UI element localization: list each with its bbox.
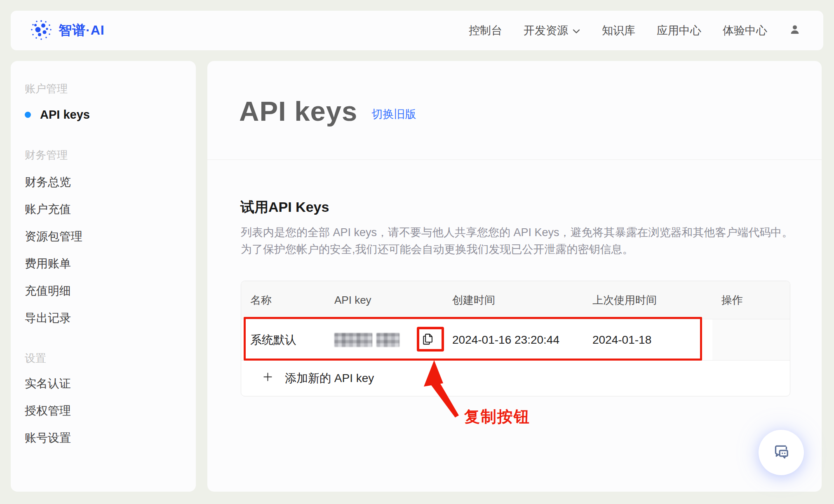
top-navbar: 智谱·AI 控制台 开发资源 知识库 应用中心 体验中心 (11, 11, 823, 50)
col-header-last-used: 上次使用时间 (583, 281, 712, 319)
sidebar-item-export-records[interactable]: 导出记录 (25, 312, 196, 324)
sidebar-item-real-name-auth[interactable]: 实名认证 (25, 377, 196, 390)
table-row: 系统默认 2024-01-16 23:20:44 2024-01-18 (241, 319, 790, 361)
sidebar-item-finance-overview[interactable]: 财务总览 (25, 176, 196, 188)
page-title: API keys (239, 97, 357, 126)
zhipu-logo[interactable]: 智谱·AI (30, 18, 105, 43)
chat-bubbles-icon (771, 441, 792, 464)
sidebar-item-authorization[interactable]: 授权管理 (25, 405, 196, 417)
copy-icon (421, 332, 435, 347)
chevron-down-icon (572, 24, 580, 37)
sidebar-item-recharge-details[interactable]: 充值明细 (25, 285, 196, 297)
col-header-api-key: API key (325, 281, 443, 319)
sidebar-item-billing[interactable]: 费用账单 (25, 258, 196, 270)
api-key-masked-block (376, 333, 399, 347)
sidebar-section-settings: 设置 (25, 353, 196, 363)
api-keys-description: 列表内是您的全部 API keys，请不要与他人共享您您的 API Keys，避… (241, 224, 794, 258)
api-keys-table: 名称 API key 创建时间 上次使用时间 操作 系统默认 (241, 281, 790, 396)
plus-icon (262, 371, 273, 385)
sidebar: 账户管理 API keys 财务管理 财务总览 账户充值 资源包管理 费用账单 … (11, 61, 196, 492)
sidebar-section-finance: 财务管理 (25, 150, 196, 160)
last-used-cell: 2024-01-18 (583, 319, 712, 360)
sidebar-item-resource-packages[interactable]: 资源包管理 (25, 230, 196, 243)
sidebar-item-api-keys[interactable]: API keys (25, 108, 196, 121)
header-divider (207, 159, 822, 160)
sidebar-item-account-settings[interactable]: 账号设置 (25, 432, 196, 444)
nav-menu: 控制台 开发资源 知识库 应用中心 体验中心 (469, 23, 801, 38)
user-account-button[interactable] (789, 23, 801, 38)
nav-item-knowledge-base[interactable]: 知识库 (602, 23, 635, 38)
created-time-cell: 2024-01-16 23:20:44 (443, 319, 583, 360)
key-name-cell: 系统默认 (241, 319, 325, 360)
zhipu-logo-icon (30, 18, 53, 43)
api-key-masked-block (334, 333, 372, 347)
sidebar-item-recharge[interactable]: 账户充值 (25, 203, 196, 216)
nav-item-console[interactable]: 控制台 (469, 23, 502, 38)
annotation-copy-button-label: 复制按钮 (464, 406, 530, 427)
copy-api-key-button[interactable] (418, 330, 437, 350)
sidebar-section-account: 账户管理 (25, 83, 196, 94)
chat-support-button[interactable] (759, 430, 804, 475)
col-header-name: 名称 (241, 281, 325, 319)
actions-cell (712, 319, 790, 360)
nav-item-experience-center[interactable]: 体验中心 (723, 23, 767, 38)
switch-old-version-link[interactable]: 切换旧版 (371, 107, 416, 126)
active-dot-icon (25, 112, 31, 118)
col-header-created: 创建时间 (443, 281, 583, 319)
zhipu-logo-text: 智谱·AI (59, 21, 105, 40)
nav-item-app-center[interactable]: 应用中心 (657, 23, 701, 38)
add-api-key-button[interactable]: 添加新的 API key (241, 361, 790, 396)
user-icon (789, 23, 801, 38)
table-header-row: 名称 API key 创建时间 上次使用时间 操作 (241, 281, 790, 319)
col-header-actions: 操作 (712, 281, 790, 319)
nav-item-dev-resources[interactable]: 开发资源 (524, 23, 580, 38)
trial-api-keys-title: 试用API Keys (240, 198, 329, 217)
api-key-cell (325, 319, 443, 360)
